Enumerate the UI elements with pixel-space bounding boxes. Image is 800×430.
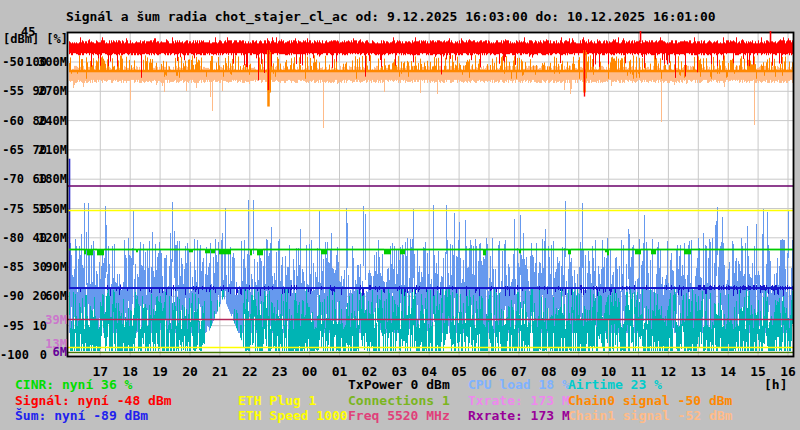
y-label-mbit: 300M — [0, 56, 67, 68]
legend-airtime: Airtime 23 % — [568, 378, 662, 391]
legend-connections: Connections 1 — [348, 394, 450, 407]
x-axis-hour-label: 20 — [178, 365, 202, 378]
x-axis-hour-label: 19 — [148, 365, 172, 378]
y-marker-label: 6M — [0, 346, 67, 358]
chart-title: Signál a šum radia chot_stajer_cl_ac od:… — [66, 10, 716, 23]
legend-cinr: CINR: nyní 36 % — [15, 378, 132, 391]
legend-hour-unit: [h] — [764, 378, 787, 391]
radio-signal-graph: Signál a šum radia chot_stajer_cl_ac od:… — [0, 0, 800, 430]
legend-txpower: TxPower 0 dBm — [348, 378, 450, 391]
legend-freq: Freq 5520 MHz — [348, 409, 450, 422]
x-axis-hour-label: 00 — [298, 365, 322, 378]
x-axis-hour-label: 14 — [716, 365, 740, 378]
y-label-mbit: 90M — [0, 261, 67, 273]
legend-signal: Signál: nyní -48 dBm — [15, 394, 172, 407]
legend-chain0: Chain0 signal -50 dBm — [568, 394, 732, 407]
x-axis-hour-label: 22 — [238, 365, 262, 378]
legend-cpu-load: CPU load 18 % — [468, 378, 570, 391]
y-label-mbit: 270M — [0, 85, 67, 97]
y-axis-units: [dBm] [%] — [3, 33, 68, 45]
y-label-mbit: 150M — [0, 203, 67, 215]
legend-eth-speed: ETH Speed 1000 — [238, 409, 348, 422]
legend-txrate: Txrate: 173 M — [468, 394, 570, 407]
y-label-mbit: 240M — [0, 115, 67, 127]
y-label-mbit: 60M — [0, 290, 67, 302]
y-marker-label: 39M — [0, 314, 67, 326]
y-label-mbit: 210M — [0, 144, 67, 156]
legend-rxrate: Rxrate: 173 M — [468, 409, 570, 422]
y-label-mbit: 120M — [0, 232, 67, 244]
y-label-mbit: 180M — [0, 173, 67, 185]
x-axis-hour-label: 21 — [208, 365, 232, 378]
x-axis-hour-label: 13 — [686, 365, 710, 378]
x-axis-hour-label: 23 — [268, 365, 292, 378]
legend-chain1: Chain1 signal -52 dBm — [568, 409, 732, 422]
legend-eth-plug: ETH Plug 1 — [238, 394, 316, 407]
legend-sum: Šum: nyní -89 dBm — [15, 409, 148, 422]
